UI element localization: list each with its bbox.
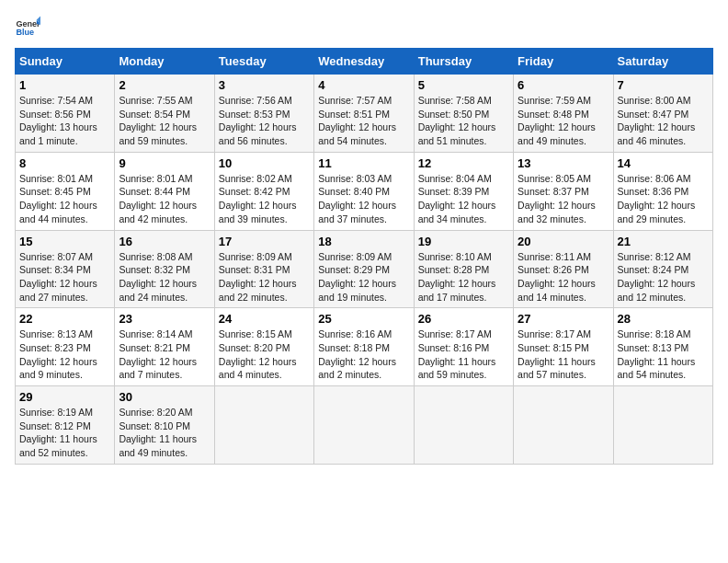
calendar-cell: 8Sunrise: 8:01 AM Sunset: 8:45 PM Daylig… bbox=[16, 152, 115, 230]
calendar-cell bbox=[214, 386, 313, 465]
calendar-cell: 22Sunrise: 8:13 AM Sunset: 8:23 PM Dayli… bbox=[16, 308, 115, 386]
calendar-cell: 20Sunrise: 8:11 AM Sunset: 8:26 PM Dayli… bbox=[514, 230, 613, 308]
day-info: Sunrise: 8:04 AM Sunset: 8:39 PM Dayligh… bbox=[418, 172, 509, 226]
day-number: 2 bbox=[119, 78, 210, 92]
calendar-cell: 15Sunrise: 8:07 AM Sunset: 8:34 PM Dayli… bbox=[16, 230, 115, 308]
calendar-cell: 14Sunrise: 8:06 AM Sunset: 8:36 PM Dayli… bbox=[613, 152, 712, 230]
day-info: Sunrise: 8:05 AM Sunset: 8:37 PM Dayligh… bbox=[518, 172, 609, 226]
day-info: Sunrise: 8:03 AM Sunset: 8:40 PM Dayligh… bbox=[318, 172, 409, 226]
calendar-cell: 9Sunrise: 8:01 AM Sunset: 8:44 PM Daylig… bbox=[115, 152, 214, 230]
day-number: 1 bbox=[19, 78, 110, 92]
day-number: 5 bbox=[418, 78, 509, 92]
calendar-cell: 28Sunrise: 8:18 AM Sunset: 8:13 PM Dayli… bbox=[613, 308, 712, 386]
day-info: Sunrise: 7:57 AM Sunset: 8:51 PM Dayligh… bbox=[318, 94, 409, 148]
calendar-cell: 1Sunrise: 7:54 AM Sunset: 8:56 PM Daylig… bbox=[16, 75, 115, 153]
calendar-cell bbox=[514, 386, 613, 465]
day-number: 25 bbox=[318, 312, 409, 326]
day-number: 21 bbox=[618, 235, 709, 248]
day-number: 7 bbox=[618, 78, 709, 92]
calendar-cell: 2Sunrise: 7:55 AM Sunset: 8:54 PM Daylig… bbox=[115, 75, 214, 153]
calendar-cell bbox=[613, 386, 712, 465]
day-info: Sunrise: 8:11 AM Sunset: 8:26 PM Dayligh… bbox=[518, 250, 609, 304]
day-info: Sunrise: 8:12 AM Sunset: 8:24 PM Dayligh… bbox=[618, 250, 709, 304]
calendar-week-4: 22Sunrise: 8:13 AM Sunset: 8:23 PM Dayli… bbox=[16, 308, 713, 386]
header-thursday: Thursday bbox=[414, 49, 513, 75]
calendar-cell: 12Sunrise: 8:04 AM Sunset: 8:39 PM Dayli… bbox=[414, 152, 513, 230]
day-info: Sunrise: 8:17 AM Sunset: 8:16 PM Dayligh… bbox=[418, 327, 509, 382]
day-info: Sunrise: 8:20 AM Sunset: 8:10 PM Dayligh… bbox=[119, 406, 210, 460]
day-info: Sunrise: 7:54 AM Sunset: 8:56 PM Dayligh… bbox=[19, 94, 110, 148]
logo: General Blue bbox=[15, 15, 44, 40]
day-info: Sunrise: 7:58 AM Sunset: 8:50 PM Dayligh… bbox=[418, 94, 509, 148]
day-number: 26 bbox=[418, 312, 509, 326]
calendar-cell: 26Sunrise: 8:17 AM Sunset: 8:16 PM Dayli… bbox=[414, 308, 513, 386]
calendar-cell bbox=[314, 386, 414, 465]
day-info: Sunrise: 8:18 AM Sunset: 8:13 PM Dayligh… bbox=[618, 327, 709, 382]
day-number: 6 bbox=[518, 78, 609, 92]
calendar-cell: 5Sunrise: 7:58 AM Sunset: 8:50 PM Daylig… bbox=[414, 75, 513, 153]
day-number: 11 bbox=[318, 156, 409, 170]
calendar-cell: 21Sunrise: 8:12 AM Sunset: 8:24 PM Dayli… bbox=[613, 230, 712, 308]
calendar-cell: 16Sunrise: 8:08 AM Sunset: 8:32 PM Dayli… bbox=[115, 230, 214, 308]
day-info: Sunrise: 8:09 AM Sunset: 8:31 PM Dayligh… bbox=[219, 250, 310, 304]
day-number: 18 bbox=[318, 235, 409, 248]
calendar-week-2: 8Sunrise: 8:01 AM Sunset: 8:45 PM Daylig… bbox=[16, 152, 713, 230]
day-info: Sunrise: 8:10 AM Sunset: 8:28 PM Dayligh… bbox=[418, 250, 509, 304]
day-info: Sunrise: 8:09 AM Sunset: 8:29 PM Dayligh… bbox=[318, 250, 409, 304]
calendar-cell: 23Sunrise: 8:14 AM Sunset: 8:21 PM Dayli… bbox=[115, 308, 214, 386]
svg-text:Blue: Blue bbox=[16, 28, 34, 37]
day-info: Sunrise: 8:16 AM Sunset: 8:18 PM Dayligh… bbox=[318, 327, 409, 382]
header-tuesday: Tuesday bbox=[214, 49, 313, 75]
day-number: 23 bbox=[119, 312, 210, 326]
calendar-week-1: 1Sunrise: 7:54 AM Sunset: 8:56 PM Daylig… bbox=[16, 75, 713, 153]
day-number: 17 bbox=[219, 235, 310, 248]
calendar-cell: 19Sunrise: 8:10 AM Sunset: 8:28 PM Dayli… bbox=[414, 230, 513, 308]
calendar-cell: 17Sunrise: 8:09 AM Sunset: 8:31 PM Dayli… bbox=[214, 230, 313, 308]
day-info: Sunrise: 8:07 AM Sunset: 8:34 PM Dayligh… bbox=[19, 250, 110, 304]
calendar-cell: 11Sunrise: 8:03 AM Sunset: 8:40 PM Dayli… bbox=[314, 152, 414, 230]
logo-icon: General Blue bbox=[15, 15, 40, 40]
header-saturday: Saturday bbox=[613, 49, 712, 75]
calendar-cell: 30Sunrise: 8:20 AM Sunset: 8:10 PM Dayli… bbox=[115, 386, 214, 465]
calendar-cell: 6Sunrise: 7:59 AM Sunset: 8:48 PM Daylig… bbox=[514, 75, 613, 153]
day-number: 27 bbox=[518, 312, 609, 326]
calendar-cell: 27Sunrise: 8:17 AM Sunset: 8:15 PM Dayli… bbox=[514, 308, 613, 386]
calendar-cell: 3Sunrise: 7:56 AM Sunset: 8:53 PM Daylig… bbox=[214, 75, 313, 153]
day-info: Sunrise: 8:15 AM Sunset: 8:20 PM Dayligh… bbox=[219, 327, 310, 382]
day-info: Sunrise: 8:01 AM Sunset: 8:45 PM Dayligh… bbox=[19, 172, 110, 226]
calendar-cell: 4Sunrise: 7:57 AM Sunset: 8:51 PM Daylig… bbox=[314, 75, 414, 153]
day-number: 15 bbox=[19, 235, 110, 248]
day-info: Sunrise: 7:56 AM Sunset: 8:53 PM Dayligh… bbox=[219, 94, 310, 148]
day-info: Sunrise: 8:19 AM Sunset: 8:12 PM Dayligh… bbox=[19, 406, 110, 460]
calendar-week-5: 29Sunrise: 8:19 AM Sunset: 8:12 PM Dayli… bbox=[16, 386, 713, 465]
day-info: Sunrise: 8:17 AM Sunset: 8:15 PM Dayligh… bbox=[518, 327, 609, 382]
day-info: Sunrise: 8:14 AM Sunset: 8:21 PM Dayligh… bbox=[119, 327, 210, 382]
day-number: 12 bbox=[418, 156, 509, 170]
day-number: 13 bbox=[518, 156, 609, 170]
calendar-header-row: SundayMondayTuesdayWednesdayThursdayFrid… bbox=[16, 49, 713, 75]
header-wednesday: Wednesday bbox=[314, 49, 414, 75]
calendar-cell: 18Sunrise: 8:09 AM Sunset: 8:29 PM Dayli… bbox=[314, 230, 414, 308]
day-number: 20 bbox=[518, 235, 609, 248]
calendar-week-3: 15Sunrise: 8:07 AM Sunset: 8:34 PM Dayli… bbox=[16, 230, 713, 308]
calendar-cell bbox=[414, 386, 513, 465]
day-number: 30 bbox=[119, 390, 210, 404]
day-number: 8 bbox=[19, 156, 110, 170]
day-info: Sunrise: 8:00 AM Sunset: 8:47 PM Dayligh… bbox=[618, 94, 709, 148]
calendar-cell: 7Sunrise: 8:00 AM Sunset: 8:47 PM Daylig… bbox=[613, 75, 712, 153]
day-number: 3 bbox=[219, 78, 310, 92]
day-number: 14 bbox=[618, 156, 709, 170]
day-info: Sunrise: 7:55 AM Sunset: 8:54 PM Dayligh… bbox=[119, 94, 210, 148]
day-number: 29 bbox=[19, 390, 110, 404]
header: General Blue bbox=[15, 15, 713, 40]
day-info: Sunrise: 8:02 AM Sunset: 8:42 PM Dayligh… bbox=[219, 172, 310, 226]
calendar-cell: 13Sunrise: 8:05 AM Sunset: 8:37 PM Dayli… bbox=[514, 152, 613, 230]
day-number: 28 bbox=[618, 312, 709, 326]
day-number: 9 bbox=[119, 156, 210, 170]
day-number: 4 bbox=[318, 78, 409, 92]
day-number: 24 bbox=[219, 312, 310, 326]
day-number: 22 bbox=[19, 312, 110, 326]
day-info: Sunrise: 7:59 AM Sunset: 8:48 PM Dayligh… bbox=[518, 94, 609, 148]
calendar-cell: 10Sunrise: 8:02 AM Sunset: 8:42 PM Dayli… bbox=[214, 152, 313, 230]
day-info: Sunrise: 8:06 AM Sunset: 8:36 PM Dayligh… bbox=[618, 172, 709, 226]
